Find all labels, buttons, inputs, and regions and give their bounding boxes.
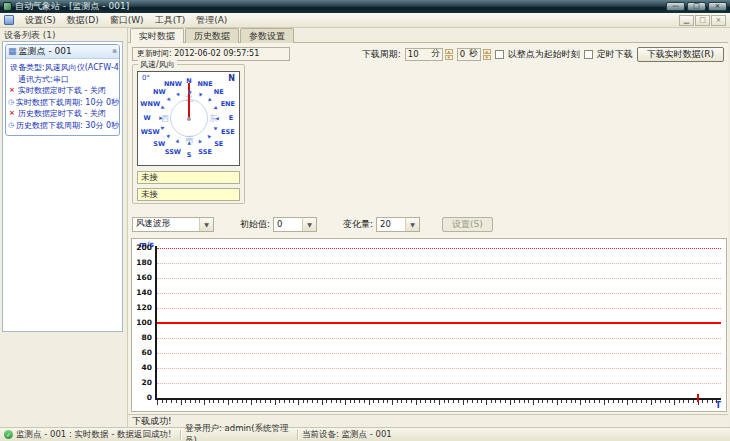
timed-download-checkbox[interactable] (584, 50, 593, 59)
mdi-minimize-button[interactable]: ▁ (679, 15, 694, 26)
x-tick (547, 400, 548, 403)
x-tick (425, 400, 426, 403)
compass-dir-ne: NE (214, 88, 224, 96)
gridline (157, 338, 721, 339)
initial-value-select[interactable]: 0 (273, 217, 317, 232)
y-tick-label: 140 (132, 288, 152, 297)
y-tick-label: 180 (132, 258, 152, 267)
success-check-icon (4, 430, 13, 439)
x-tick (228, 400, 229, 405)
tab-parameter-settings[interactable]: 参数设置 (240, 28, 294, 43)
wind-speed-chart: m/s T 020406080100120140160180200 (131, 238, 727, 412)
delta-select[interactable]: 20 (376, 217, 420, 232)
window-title: 自动气象站 - [监测点 - 001] (15, 0, 129, 13)
time-marker (697, 394, 699, 402)
compass-center-dot (187, 117, 191, 121)
x-tick (561, 400, 562, 403)
device-title: 监测点 - 001 (19, 45, 72, 58)
tab-realtime-data[interactable]: 实时数据 (130, 28, 184, 43)
tab-history-data[interactable]: 历史数据 (185, 28, 239, 43)
compass-dir-nne: NNE (197, 80, 212, 88)
x-tick (364, 400, 365, 403)
chevron-down-icon (302, 218, 316, 231)
compass-dir-sse: SSE (198, 148, 212, 156)
waveform-controls: 风速波形 初始值: 0 变化量: 20 设置(S) (132, 216, 724, 232)
compass-dir-ssw: SSW (165, 148, 181, 156)
wind-needle (188, 83, 190, 119)
update-time-value: 2012-06-02 09:57:51 (174, 49, 259, 58)
x-tick (260, 400, 261, 403)
x-tick (204, 400, 205, 405)
minutes-input[interactable]: 10 分 (405, 48, 443, 61)
x-tick (350, 400, 351, 403)
compass-dir-se: SE (214, 140, 223, 148)
statusbar: 监测点 - 001 : 实时数据 - 数据返回成功! 登录用户: admin(系… (0, 427, 730, 441)
minimize-button[interactable]: — (666, 2, 685, 11)
compass-rose: 0° N 北 南 西 东 N▸NNE▸NE▸ENE▸E▸ESE▸SE▸SSE▸S… (138, 72, 239, 165)
x-icon (8, 85, 16, 97)
x-tick (458, 400, 459, 403)
close-button[interactable]: × (708, 2, 727, 11)
compass-arrow-icon: ▸ (212, 105, 218, 113)
gridline (157, 263, 721, 264)
menu-manage[interactable]: 管理(A) (196, 14, 227, 27)
waveform-selected-value: 风速波形 (136, 218, 170, 230)
menu-data[interactable]: 数据(D) (67, 14, 99, 27)
current-device: 当前设备: 监测点 - 001 (302, 429, 392, 441)
compass-dir-w: W (143, 114, 150, 122)
x-tick (552, 400, 553, 403)
x-tick (331, 400, 332, 403)
x-tick (317, 400, 318, 403)
device-card[interactable]: 监测点 - 001 设备类型:风速风向仪(ACFW-4) 通讯方式:串口 实时数… (5, 44, 120, 136)
align-start-checkbox[interactable] (495, 50, 504, 59)
spin-up-icon[interactable] (483, 49, 491, 54)
pin-icon[interactable] (112, 48, 117, 55)
north-marker-icon: N (228, 74, 235, 83)
spin-down-icon[interactable] (445, 55, 453, 60)
wind-direction-field: 未接 (137, 188, 240, 201)
y-tick-label: 200 (132, 243, 152, 252)
mdi-close-button[interactable]: × (711, 15, 726, 26)
x-tick (185, 400, 186, 403)
minutes-stepper[interactable] (445, 49, 453, 60)
device-item-label: 实时数据定时下载 - 关闭 (18, 85, 106, 97)
device-card-body: 设备类型:风速风向仪(ACFW-4) 通讯方式:串口 实时数据定时下载 - 关闭… (6, 59, 119, 135)
menu-window[interactable]: 窗口(W) (110, 14, 144, 27)
download-realtime-button[interactable]: 下载实时数据(R) (637, 47, 724, 62)
seconds-stepper[interactable] (483, 49, 491, 60)
status-message-segment: 监测点 - 001 : 实时数据 - 数据返回成功! (0, 428, 180, 441)
x-tick (430, 400, 431, 403)
app-window: 自动气象站 - [监测点 - 001] — □ × 设置(S) 数据(D) 窗口… (0, 0, 730, 441)
compass-arrow-icon: ▸ (174, 92, 182, 98)
x-tick (345, 400, 346, 405)
seconds-input[interactable]: 0 秒 (457, 48, 481, 61)
x-tick (608, 400, 609, 403)
set-button[interactable]: 设置(S) (442, 217, 493, 232)
x-tick (448, 400, 449, 403)
mdi-restore-button[interactable]: □ (695, 15, 710, 26)
compass-dir-wsw: WSW (141, 128, 160, 136)
x-tick (514, 400, 515, 403)
x-tick (213, 400, 214, 403)
x-tick (373, 400, 374, 403)
maximize-button[interactable]: □ (687, 2, 706, 11)
menu-settings[interactable]: 设置(S) (25, 14, 56, 27)
waveform-select[interactable]: 风速波形 (132, 217, 214, 232)
x-tick (218, 400, 219, 403)
device-grid-icon (8, 47, 17, 56)
device-card-header[interactable]: 监测点 - 001 (6, 45, 119, 59)
x-tick (613, 400, 614, 403)
x-tick (566, 400, 567, 403)
minutes-unit: 分 (431, 48, 440, 60)
x-tick (387, 400, 388, 403)
x-tick (383, 400, 384, 403)
x-tick (270, 400, 271, 403)
x-tick (434, 400, 435, 403)
menu-tools[interactable]: 工具(T) (155, 14, 186, 27)
spin-down-icon[interactable] (483, 55, 491, 60)
x-tick (524, 400, 525, 403)
x-tick (232, 400, 233, 403)
spin-up-icon[interactable] (445, 49, 453, 54)
wind-compass: 0° N 北 南 西 东 N▸NNE▸NE▸ENE▸E▸ESE▸SE▸SSE▸S… (137, 71, 240, 166)
x-tick (519, 400, 520, 403)
